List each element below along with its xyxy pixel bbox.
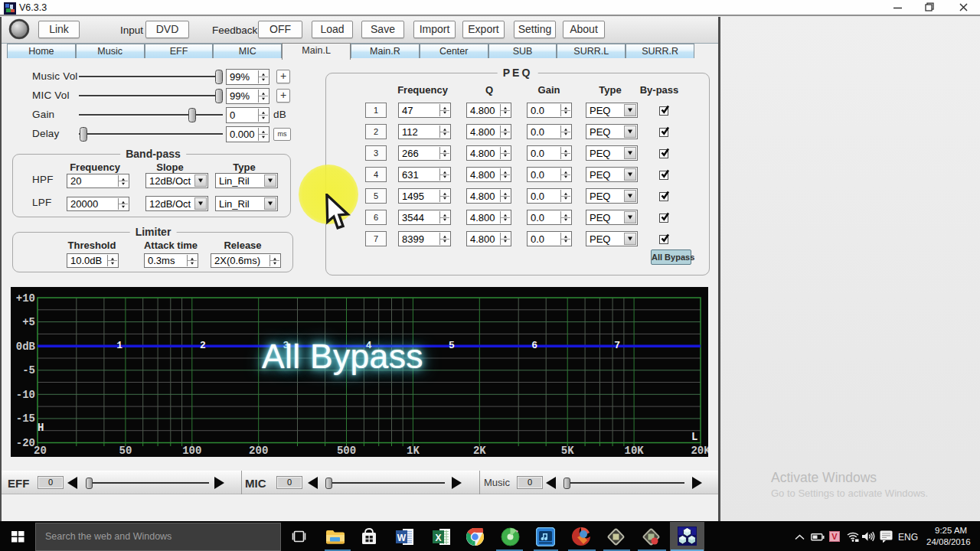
svg-text:+5: +5: [22, 316, 35, 328]
svg-text:20: 20: [34, 445, 47, 457]
svg-text:0dB: 0dB: [16, 341, 36, 353]
svg-text:W: W: [397, 533, 407, 543]
svg-text:-5: -5: [22, 364, 35, 377]
svg-text:-10: -10: [16, 389, 35, 401]
svg-text:1: 1: [116, 340, 122, 351]
svg-text:X: X: [435, 533, 441, 543]
svg-text:5K: 5K: [561, 445, 574, 457]
svg-text:7: 7: [614, 340, 620, 351]
svg-text:5: 5: [449, 340, 455, 351]
svg-text:20K: 20K: [691, 445, 708, 457]
svg-text:50: 50: [119, 445, 132, 457]
svg-text:2: 2: [200, 340, 206, 351]
svg-text:H: H: [38, 422, 44, 434]
svg-text:-20: -20: [16, 437, 35, 449]
svg-text:+10: +10: [16, 292, 35, 305]
svg-text:6: 6: [531, 340, 537, 351]
svg-text:2K: 2K: [473, 445, 486, 457]
svg-text:1K: 1K: [407, 445, 420, 457]
svg-text:200: 200: [249, 445, 268, 457]
svg-text:10K: 10K: [624, 445, 644, 457]
svg-text:L: L: [691, 431, 697, 443]
svg-text:100: 100: [182, 445, 201, 457]
svg-text:-15: -15: [16, 412, 35, 425]
svg-text:500: 500: [337, 445, 356, 457]
